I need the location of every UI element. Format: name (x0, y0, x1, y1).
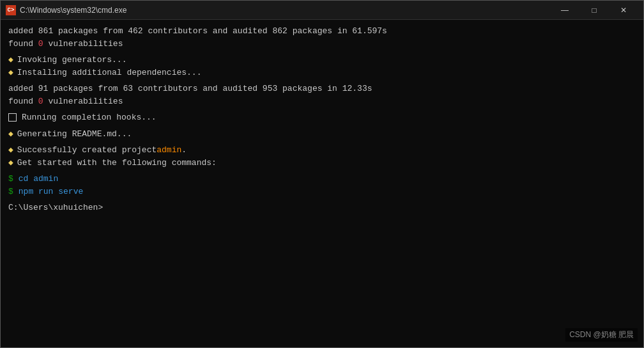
minimize-button[interactable]: — (550, 1, 579, 20)
terminal-line: C:\Users\xuhuichen> (8, 202, 636, 214)
terminal-line: added 861 packages from 462 contributors… (8, 25, 636, 38)
close-button[interactable]: ✕ (609, 1, 638, 20)
titlebar-title: C:\Windows\system32\cmd.exe (20, 6, 550, 15)
terminal-line: ◆Successfully created projectadmin. (8, 144, 636, 157)
terminal-line: ◆Get started with the following commands… (8, 157, 636, 170)
terminal-line: found 0 vulnerabilities (8, 95, 636, 108)
maximize-button[interactable]: □ (579, 1, 609, 20)
terminal-line: ◆Generating README.md... (8, 128, 636, 141)
terminal-line: Running completion hooks... (8, 111, 636, 124)
terminal-line: $npm run serve (8, 186, 636, 198)
terminal-line: found 0 vulnerabilities (8, 38, 636, 51)
titlebar-icon: C> (6, 5, 16, 15)
terminal-body: added 861 packages from 462 contributors… (1, 20, 643, 347)
terminal-line: $cd admin (8, 173, 636, 186)
terminal-line: ◆Installing additional dependencies... (8, 67, 636, 79)
terminal-line: ◆Invoking generators... (8, 54, 636, 67)
titlebar: C> C:\Windows\system32\cmd.exe — □ ✕ (1, 1, 643, 20)
watermark: CSDN @奶糖 肥晨 (565, 328, 638, 342)
window-controls: — □ ✕ (550, 1, 638, 20)
cmd-window: C> C:\Windows\system32\cmd.exe — □ ✕ add… (0, 0, 644, 348)
terminal-line: added 91 packages from 63 contributors a… (8, 83, 636, 95)
